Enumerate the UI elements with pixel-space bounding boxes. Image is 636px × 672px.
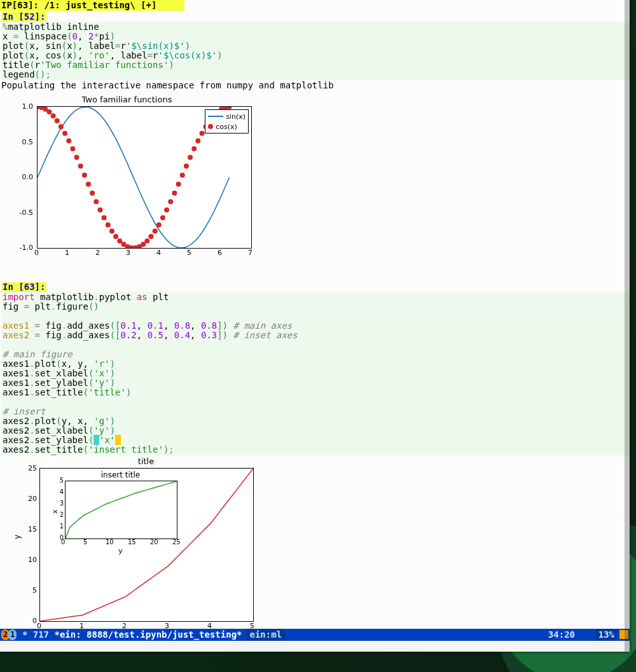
svg-point-19 (109, 229, 114, 234)
plot-2-xtick: 0 (37, 622, 41, 629)
svg-point-42 (200, 131, 205, 136)
notebook-buffer[interactable]: In [52]: %matplotlib inline x = linspace… (0, 11, 630, 629)
plot-2-inset-title: insert title (65, 470, 176, 479)
plot-2-ytick: 20 (23, 495, 37, 503)
plot-2-inset-axes (65, 481, 177, 539)
svg-point-32 (160, 216, 165, 221)
svg-point-10 (74, 154, 80, 160)
plot-2-inset-ytick: 5 (56, 477, 64, 484)
svg-point-9 (70, 146, 75, 151)
plot-1-ytick: -0.5 (1, 209, 33, 217)
right-fringe (625, 0, 630, 652)
plot-2-ytick: 25 (23, 464, 37, 472)
svg-point-13 (86, 182, 91, 187)
svg-point-8 (66, 138, 71, 143)
legend-line-icon (208, 116, 223, 117)
emacs-frame: IP[63]: /1: just_testing\ [+] In [52]: %… (0, 0, 630, 652)
plot-2-xtick: 2 (122, 622, 127, 629)
header-line: IP[63]: /1: just_testing\ [+] (0, 0, 630, 11)
plot-2-inset-xtick: 10 (106, 538, 114, 545)
svg-point-33 (164, 207, 169, 212)
svg-point-39 (188, 154, 193, 160)
plot-2-inset-ytick: 1 (56, 523, 64, 530)
plot-1-xtick: 3 (126, 249, 130, 257)
input-prompt-63-text: In [63]: (3, 282, 45, 292)
svg-point-7 (62, 131, 67, 136)
plot-1-xtick: 5 (187, 249, 191, 257)
minibuffer[interactable] (0, 641, 630, 652)
svg-point-37 (180, 172, 185, 177)
plot-2-inset-xtick: 20 (150, 538, 158, 545)
svg-point-38 (184, 163, 189, 168)
modeline-left: * 717 (17, 629, 54, 641)
plot-1-xtick: 1 (65, 249, 69, 257)
code-cell-63[interactable]: import matplotlib.pyplot as plt fig = pl… (1, 292, 630, 455)
plot-2-inset-ytick: 2 (56, 511, 64, 518)
plot-2-title: title (39, 456, 252, 466)
legend-dot-icon (208, 124, 213, 129)
svg-point-16 (97, 207, 102, 212)
plot-2-ytick: 5 (23, 586, 37, 594)
plot-2-inset-xtick: 15 (128, 538, 136, 545)
svg-point-30 (153, 229, 158, 234)
input-prompt-52-text: In [52]: (3, 11, 45, 22)
plot-2-inset-xtick: 5 (83, 538, 87, 545)
svg-point-29 (148, 234, 153, 239)
plot-1: Two familiar functions sin(x) cos(x) (1, 95, 252, 270)
svg-point-20 (113, 234, 118, 239)
stdout-52: Populating the interactive namespace fro… (1, 80, 630, 91)
plot-1-ytick: 0.5 (1, 138, 33, 146)
plot-2-xtick: 3 (165, 622, 169, 629)
svg-point-41 (195, 138, 200, 143)
plot-1-legend: sin(x) cos(x) (205, 109, 249, 134)
plot-2-ylabel: y (13, 535, 22, 539)
plot-2-inset-xlabel: y (65, 547, 176, 555)
modeline-pills: 2 1 (1, 629, 17, 640)
plot-1-xtick: 6 (218, 249, 222, 257)
svg-point-31 (156, 223, 162, 228)
code-cell-52[interactable]: %matplotlib inline x = linspace(0, 2*pi)… (1, 22, 630, 80)
plot-2: title x y insert title y x 012345051 (1, 456, 268, 629)
svg-point-40 (191, 146, 197, 151)
svg-point-35 (172, 191, 177, 196)
plot-1-xtick: 7 (248, 249, 252, 257)
svg-point-5 (55, 118, 60, 123)
plot-1-axes: sin(x) cos(x) (37, 106, 252, 249)
legend-label-cos: cos(x) (216, 123, 237, 131)
plot-1-ytick: 1.0 (1, 102, 33, 111)
svg-point-21 (117, 238, 122, 243)
svg-point-15 (93, 199, 99, 204)
svg-point-28 (144, 238, 149, 243)
plot-1-ytick: -1.0 (1, 243, 33, 252)
plot-1-xtick: 4 (156, 249, 161, 257)
modeline-major-mode[interactable]: ein:ml (246, 629, 286, 641)
plot-2-inset-ytick: 4 (56, 488, 64, 495)
plot-1-title: Two familiar functions (1, 95, 252, 104)
mode-line[interactable]: 2 1 * 717 *ein: 8888/test.ipynb/just_tes… (0, 629, 630, 641)
plot-2-ytick: 15 (23, 525, 37, 533)
svg-point-36 (176, 182, 181, 187)
plot-2-xtick: 4 (207, 622, 212, 629)
modeline-buffer-name[interactable]: *ein: 8888/test.ipynb/just_testing* (54, 629, 242, 641)
svg-point-17 (102, 216, 107, 221)
svg-point-4 (51, 113, 56, 118)
modeline-percent: 13% (596, 629, 617, 641)
svg-point-34 (168, 199, 173, 204)
svg-point-18 (106, 223, 111, 228)
plot-2-xtick: 1 (80, 622, 84, 629)
plot-2-ytick: 10 (23, 556, 37, 564)
svg-point-3 (46, 109, 52, 114)
svg-point-12 (82, 172, 87, 177)
svg-point-27 (141, 242, 146, 247)
plot-2-ytick: 0 (23, 617, 37, 625)
input-prompt-63: In [63]: (1, 282, 46, 292)
legend-label-sin: sin(x) (226, 113, 245, 121)
svg-point-6 (59, 124, 64, 129)
plot-1-xtick: 0 (34, 249, 39, 257)
svg-point-14 (90, 191, 95, 196)
svg-point-11 (78, 163, 83, 168)
plot-1-xtick: 2 (95, 249, 100, 257)
plot-2-inset-xtick: 25 (172, 538, 181, 545)
modeline-position: 34:20 (548, 629, 575, 641)
input-prompt-52: In [52]: (1, 12, 46, 22)
